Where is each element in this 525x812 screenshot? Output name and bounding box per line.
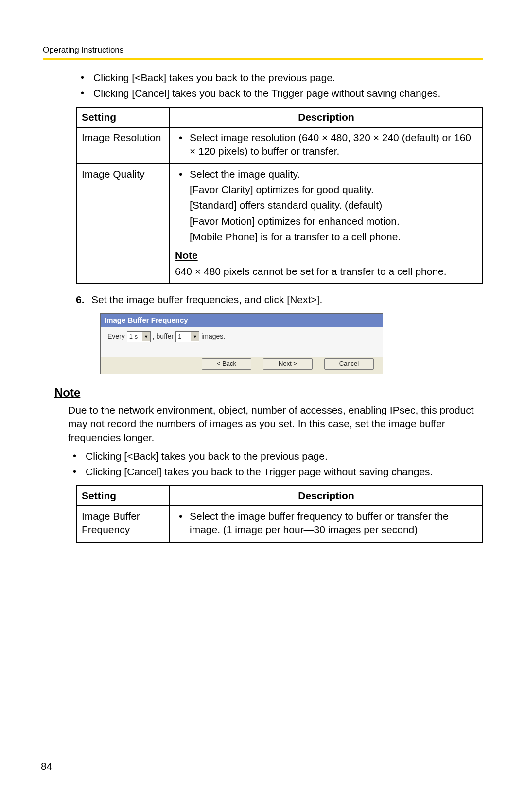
desc-bullet: Select the image quality.: [175, 167, 477, 181]
th-setting: Setting: [76, 486, 170, 506]
label-every: Every: [107, 332, 125, 341]
page-header: Operating Instructions: [43, 45, 483, 56]
label-images: images.: [201, 332, 225, 341]
desc-line: [Mobile Phone] is for a transfer to a ce…: [190, 230, 477, 244]
cell-description: Select image resolution (640 × 480, 320 …: [170, 127, 483, 164]
count-dropdown-value: 1: [178, 332, 191, 341]
cell-setting: Image Quality: [76, 164, 170, 284]
note-text: 640 × 480 pixels cannot be set for a tra…: [175, 265, 477, 278]
th-description: Description: [170, 107, 483, 127]
note-body: Due to the network environment, object, …: [68, 403, 483, 445]
step-number: 6.: [76, 293, 91, 307]
intro-bullets: Clicking [<Back] takes you back to the p…: [76, 71, 483, 101]
table-row: Image Quality Select the image quality. …: [76, 164, 483, 284]
intro-bullet-2: Clicking [Cancel] takes you back to the …: [76, 87, 483, 100]
cell-description: Select the image quality. [Favor Clarity…: [170, 164, 483, 284]
desc-bullet: Select image resolution (640 × 480, 320 …: [175, 131, 477, 159]
ui-image-buffer-frequency: Image Buffer Frequency Every 1 s ▼ , buf…: [100, 313, 383, 374]
back-button[interactable]: < Back: [202, 358, 251, 370]
settings-table-1: Setting Description Image Resolution Sel…: [76, 107, 483, 284]
label-buffer: , buffer: [153, 332, 174, 341]
desc-line: [Favor Motion] optimizes for enhanced mo…: [190, 215, 477, 228]
note-heading: Note: [175, 249, 477, 262]
table-row: Image Resolution Select image resolution…: [76, 127, 483, 164]
intro-bullet-1: Clicking [<Back] takes you back to the p…: [76, 71, 483, 85]
cell-setting: Image Resolution: [76, 127, 170, 164]
settings-table-2: Setting Description Image Buffer Frequen…: [76, 485, 483, 543]
note-heading: Note: [54, 385, 483, 400]
time-dropdown[interactable]: 1 s ▼: [127, 331, 151, 342]
desc-line: [Standard] offers standard quality. (def…: [190, 198, 477, 212]
page-number: 84: [41, 759, 52, 773]
count-dropdown[interactable]: 1 ▼: [175, 331, 199, 342]
header-rule: [43, 58, 483, 60]
ui-body: Every 1 s ▼ , buffer 1 ▼ images.: [101, 327, 383, 357]
next-button[interactable]: Next >: [263, 358, 313, 370]
step-text: Set the image buffer frequencies, and cl…: [91, 293, 322, 307]
desc-line: [Favor Clarity] optimizes for good quali…: [190, 183, 477, 197]
note-bullet-1: Clicking [<Back] takes you back to the p…: [68, 450, 483, 463]
note-bullets: Clicking [<Back] takes you back to the p…: [68, 450, 483, 479]
ui-button-row: < Back Next > Cancel: [101, 357, 383, 374]
th-setting: Setting: [76, 107, 170, 127]
table-row: Image Buffer Frequency Select the image …: [76, 506, 483, 542]
ui-separator: [107, 348, 378, 348]
cancel-button[interactable]: Cancel: [324, 358, 374, 370]
cell-setting: Image Buffer Frequency: [76, 506, 170, 542]
desc-bullet: Select the image buffer frequency to buf…: [175, 509, 477, 537]
step-6: 6. Set the image buffer frequencies, and…: [76, 293, 483, 307]
chevron-down-icon: ▼: [191, 332, 199, 341]
ui-titlebar: Image Buffer Frequency: [101, 314, 383, 327]
chevron-down-icon: ▼: [142, 332, 150, 341]
th-description: Description: [170, 486, 483, 506]
cell-description: Select the image buffer frequency to buf…: [170, 506, 483, 542]
note-bullet-2: Clicking [Cancel] takes you back to the …: [68, 465, 483, 479]
time-dropdown-value: 1 s: [129, 332, 142, 341]
